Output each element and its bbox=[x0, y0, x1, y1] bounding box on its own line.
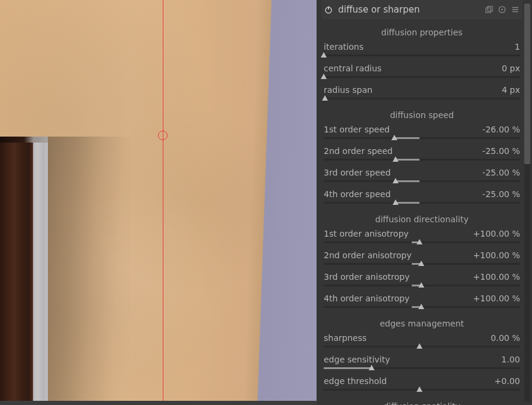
scrollbar-thumb[interactable] bbox=[524, 4, 530, 164]
param-4th-order-speed-label: 4th order speed bbox=[324, 188, 391, 200]
param-edge-threshold-slider[interactable] bbox=[324, 387, 520, 394]
param-central-radius-slider[interactable] bbox=[324, 74, 520, 81]
guide-circle bbox=[158, 131, 168, 140]
slider-track bbox=[324, 98, 520, 99]
param-edge-threshold-label: edge threshold bbox=[324, 375, 387, 387]
preview-wood-top bbox=[0, 137, 48, 143]
param-1st-order-speed-value[interactable]: -26.00 % bbox=[482, 123, 520, 135]
preview-wood bbox=[0, 140, 48, 401]
param-radius-span: radius span 4 px bbox=[323, 84, 521, 105]
slider-thumb[interactable] bbox=[321, 52, 327, 58]
param-2nd-order-anisotropy: 2nd order anisotropy +100.00 % bbox=[323, 249, 521, 271]
power-icon[interactable] bbox=[324, 5, 333, 14]
section-diffusion-properties: diffusion properties bbox=[323, 19, 521, 41]
slider-fill bbox=[396, 202, 419, 204]
param-2nd-order-speed-value[interactable]: -25.00 % bbox=[482, 145, 520, 157]
param-3rd-order-speed: 3rd order speed -25.00 % bbox=[323, 167, 521, 188]
slider-thumb[interactable] bbox=[418, 261, 424, 266]
slider-track bbox=[324, 137, 520, 139]
slider-thumb[interactable] bbox=[322, 95, 328, 101]
param-iterations-slider[interactable] bbox=[324, 53, 520, 60]
param-2nd-order-anisotropy-label: 2nd order anisotropy bbox=[324, 249, 412, 261]
image-preview[interactable] bbox=[0, 0, 317, 401]
slider-thumb[interactable] bbox=[393, 178, 399, 183]
slider-track bbox=[324, 76, 520, 78]
slider-thumb[interactable] bbox=[418, 304, 424, 309]
preview-shadow bbox=[47, 137, 130, 401]
presets-icon[interactable] bbox=[510, 5, 520, 14]
param-3rd-order-anisotropy-value[interactable]: +100.00 % bbox=[473, 271, 520, 283]
param-central-radius-label: central radius bbox=[324, 62, 382, 74]
slider-thumb[interactable] bbox=[369, 365, 375, 370]
param-radius-span-value[interactable]: 4 px bbox=[501, 84, 520, 96]
param-central-radius-value[interactable]: 0 px bbox=[501, 62, 520, 74]
param-4th-order-anisotropy: 4th order anisotropy +100.00 % bbox=[323, 292, 521, 314]
param-2nd-order-anisotropy-slider[interactable] bbox=[324, 261, 520, 268]
section-diffusion-spatiality: diffusion spatiality bbox=[323, 397, 521, 405]
param-sharpness-value[interactable]: 0.00 % bbox=[491, 332, 520, 344]
svg-rect-2 bbox=[486, 8, 491, 13]
svg-point-5 bbox=[501, 9, 503, 11]
slider-fill bbox=[396, 159, 419, 161]
guide-line bbox=[163, 0, 163, 401]
param-edge-sensitivity-label: edge sensitivity bbox=[324, 353, 390, 365]
param-3rd-order-speed-value[interactable]: -25.00 % bbox=[482, 167, 520, 179]
param-3rd-order-anisotropy-slider[interactable] bbox=[324, 283, 520, 290]
param-2nd-order-anisotropy-value[interactable]: +100.00 % bbox=[473, 249, 520, 261]
module-header[interactable]: diffuse or sharpen bbox=[321, 0, 522, 19]
param-2nd-order-speed: 2nd order speed -25.00 % bbox=[323, 145, 521, 167]
param-1st-order-speed-slider[interactable] bbox=[324, 135, 520, 143]
param-4th-order-speed-value[interactable]: -25.00 % bbox=[482, 188, 520, 200]
param-1st-order-anisotropy-value[interactable]: +100.00 % bbox=[473, 228, 520, 240]
param-3rd-order-anisotropy: 3rd order anisotropy +100.00 % bbox=[323, 271, 521, 292]
slider-thumb[interactable] bbox=[418, 282, 424, 288]
param-3rd-order-speed-label: 3rd order speed bbox=[324, 167, 391, 179]
slider-thumb[interactable] bbox=[321, 74, 327, 79]
slider-fill bbox=[324, 367, 372, 369]
param-4th-order-speed-slider[interactable] bbox=[324, 200, 520, 207]
slider-track bbox=[324, 202, 520, 204]
multi-instance-icon[interactable] bbox=[484, 5, 494, 14]
param-4th-order-anisotropy-label: 4th order anisotropy bbox=[324, 292, 409, 304]
param-4th-order-speed: 4th order speed -25.00 % bbox=[323, 188, 521, 210]
param-edge-sensitivity-slider[interactable] bbox=[324, 365, 520, 373]
section-diffusion-directionality: diffusion directionality bbox=[323, 210, 521, 228]
slider-thumb[interactable] bbox=[417, 239, 422, 244]
slider-thumb[interactable] bbox=[393, 200, 399, 205]
slider-track bbox=[324, 159, 520, 161]
param-edge-threshold: edge threshold +0.00 bbox=[323, 375, 521, 397]
slider-thumb[interactable] bbox=[393, 156, 399, 162]
param-sharpness: sharpness 0.00 % bbox=[323, 332, 521, 353]
param-sharpness-label: sharpness bbox=[324, 332, 366, 344]
slider-thumb[interactable] bbox=[391, 135, 397, 140]
param-2nd-order-speed-slider[interactable] bbox=[324, 157, 520, 164]
param-1st-order-speed-label: 1st order speed bbox=[324, 123, 390, 135]
param-3rd-order-speed-slider[interactable] bbox=[324, 179, 520, 186]
param-1st-order-anisotropy: 1st order anisotropy +100.00 % bbox=[323, 228, 521, 249]
section-edges-management: edges management bbox=[323, 314, 521, 332]
param-radius-span-label: radius span bbox=[324, 84, 372, 96]
param-edge-threshold-value[interactable]: +0.00 bbox=[494, 375, 520, 387]
param-sharpness-slider[interactable] bbox=[324, 344, 520, 351]
param-3rd-order-anisotropy-label: 3rd order anisotropy bbox=[324, 271, 409, 283]
slider-fill bbox=[394, 137, 419, 139]
param-iterations-value[interactable]: 1 bbox=[515, 41, 520, 53]
param-central-radius: central radius 0 px bbox=[323, 62, 521, 84]
slider-thumb[interactable] bbox=[417, 386, 422, 392]
section-diffusion-speed: diffusion speed bbox=[323, 105, 521, 123]
param-edge-sensitivity-value[interactable]: 1.00 bbox=[501, 353, 520, 365]
param-1st-order-anisotropy-slider[interactable] bbox=[324, 240, 520, 247]
param-4th-order-anisotropy-slider[interactable] bbox=[324, 304, 520, 312]
param-2nd-order-speed-label: 2nd order speed bbox=[324, 145, 393, 157]
panel-scrollbar[interactable] bbox=[522, 0, 532, 405]
slider-track bbox=[324, 55, 520, 56]
module-body: diffusion properties iterations 1 centra… bbox=[321, 19, 522, 405]
slider-thumb[interactable] bbox=[417, 343, 422, 349]
param-iterations-label: iterations bbox=[324, 41, 363, 53]
module-panel: diffuse or sharpen diffusion properties … bbox=[317, 0, 532, 405]
param-radius-span-slider[interactable] bbox=[324, 96, 520, 103]
reset-icon[interactable] bbox=[497, 5, 507, 14]
param-4th-order-anisotropy-value[interactable]: +100.00 % bbox=[473, 292, 520, 304]
param-1st-order-speed: 1st order speed -26.00 % bbox=[323, 123, 521, 145]
param-iterations: iterations 1 bbox=[323, 41, 521, 62]
